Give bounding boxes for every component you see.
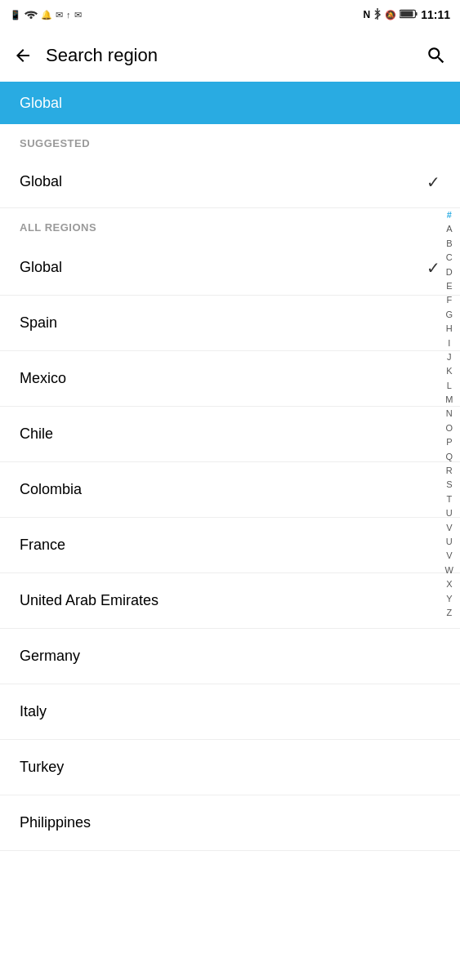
alpha-Y[interactable]: Y [443, 592, 455, 606]
alpha-M[interactable]: M [442, 393, 456, 407]
alpha-V2[interactable]: V [443, 549, 455, 563]
mail-icon: ✉ [56, 10, 63, 20]
search-button[interactable] [426, 45, 447, 66]
nfc-icon: N [364, 9, 371, 20]
region-global-label: Global [20, 259, 427, 276]
suggested-global-checkmark: ✓ [427, 172, 440, 192]
alpha-I[interactable]: I [444, 336, 453, 350]
region-italy[interactable]: Italy [0, 684, 460, 740]
alpha-B[interactable]: B [443, 237, 455, 251]
alpha-N[interactable]: N [443, 407, 456, 421]
alpha-R[interactable]: R [443, 464, 456, 478]
region-philippines-label: Philippines [20, 814, 440, 831]
region-uae[interactable]: United Arab Emirates [0, 573, 460, 629]
region-turkey[interactable]: Turkey [0, 740, 460, 795]
all-regions-wrapper: # A B C D E F G H I J K L M N O P Q R S … [0, 208, 460, 851]
alpha-T[interactable]: T [443, 492, 455, 506]
alpha-P[interactable]: P [443, 435, 455, 449]
alpha-V[interactable]: V [443, 521, 455, 535]
svg-point-0 [29, 16, 32, 19]
region-colombia-label: Colombia [20, 481, 440, 498]
region-chile-label: Chile [20, 425, 440, 443]
battery-icon [400, 9, 418, 21]
alpha-D[interactable]: D [443, 265, 456, 279]
region-global-checkmark: ✓ [427, 258, 440, 278]
mail2-icon: ✉ [74, 10, 82, 20]
alpha-H[interactable]: H [443, 322, 456, 336]
status-icons-right: N 🔕 11:11 [364, 8, 450, 22]
alpha-W[interactable]: W [442, 564, 457, 577]
sim-icon: 📱 [10, 10, 21, 20]
all-regions-section-header: ALL REGIONS [0, 208, 460, 240]
alpha-L[interactable]: L [444, 379, 455, 393]
alpha-F[interactable]: F [443, 293, 455, 307]
page-title: Search region [46, 45, 413, 66]
bluetooth-icon [373, 8, 382, 22]
alpha-E[interactable]: E [443, 279, 455, 293]
region-uae-label: United Arab Emirates [20, 592, 440, 609]
status-bar: 📱 🔔 ✉ ↑ ✉ N 🔕 [0, 0, 460, 29]
notification-icon: 🔔 [41, 10, 52, 20]
region-spain-label: Spain [20, 314, 440, 332]
alpha-hash[interactable]: # [444, 208, 455, 222]
selected-tab[interactable]: Global [0, 82, 460, 124]
selected-tab-label: Global [20, 95, 62, 112]
app-bar: Search region [0, 29, 460, 82]
alpha-Z[interactable]: Z [443, 606, 455, 620]
back-button[interactable] [13, 46, 33, 65]
region-chile[interactable]: Chile [0, 407, 460, 462]
status-icons-left: 📱 🔔 ✉ ↑ ✉ [10, 9, 82, 20]
svg-rect-4 [400, 11, 413, 16]
alpha-J[interactable]: J [444, 350, 455, 364]
alpha-X[interactable]: X [443, 577, 455, 591]
alpha-G[interactable]: G [443, 308, 457, 322]
region-germany[interactable]: Germany [0, 629, 460, 684]
extra-icon: ↑ [66, 10, 71, 20]
suggested-global-label: Global [20, 173, 427, 190]
alpha-Q[interactable]: Q [443, 450, 457, 464]
region-germany-label: Germany [20, 648, 440, 665]
alpha-K[interactable]: K [443, 364, 455, 378]
region-colombia[interactable]: Colombia [0, 462, 460, 518]
svg-rect-3 [416, 11, 418, 15]
region-mexico-label: Mexico [20, 370, 440, 387]
region-italy-label: Italy [20, 703, 440, 720]
mute-icon: 🔕 [385, 10, 396, 20]
suggested-section-header: SUGGESTED [0, 124, 460, 156]
region-france-label: France [20, 537, 440, 554]
alphabet-sidebar[interactable]: # A B C D E F G H I J K L M N O P Q R S … [442, 208, 457, 620]
alpha-C[interactable]: C [443, 251, 456, 265]
region-spain[interactable]: Spain [0, 296, 460, 351]
region-turkey-label: Turkey [20, 759, 440, 776]
alpha-S[interactable]: S [443, 478, 455, 492]
time-display: 11:11 [421, 8, 450, 21]
region-philippines[interactable]: Philippines [0, 795, 460, 851]
region-france[interactable]: France [0, 518, 460, 573]
wifi-icon [25, 9, 38, 20]
region-global[interactable]: Global ✓ [0, 240, 460, 296]
alpha-U2[interactable]: U [443, 535, 456, 549]
alpha-U[interactable]: U [443, 506, 456, 520]
suggested-global-item[interactable]: Global ✓ [0, 156, 460, 208]
alpha-O[interactable]: O [443, 421, 457, 435]
alpha-A[interactable]: A [443, 222, 455, 236]
region-mexico[interactable]: Mexico [0, 351, 460, 407]
